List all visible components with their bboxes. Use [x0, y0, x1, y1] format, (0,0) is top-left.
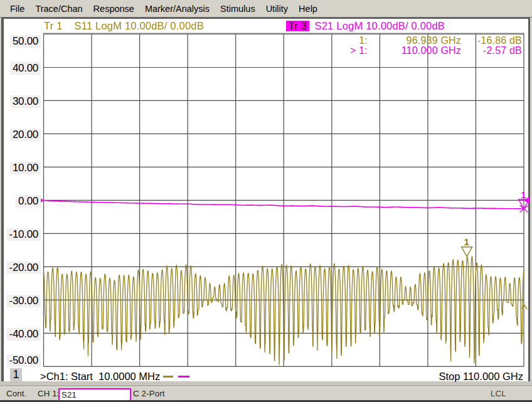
stimulus-row: >Ch1: Start 10.0000 MHz Stop 110.000 GHz [0, 370, 532, 383]
correction-status: C 2-Port [133, 388, 165, 399]
marker-number-label: 1 [464, 236, 469, 247]
marker-number-label: 1 [521, 189, 526, 200]
trace1-label: Tr 1 [44, 20, 63, 31]
trace3-active-badge: Tr 3 [286, 21, 309, 31]
y-axis-tick-label: 30.00 [10, 95, 41, 108]
trace1-desc: S11 LogM 10.00dB/ 0.00dB [75, 20, 204, 31]
y-axis-tick-label: 20.00 [10, 129, 41, 141]
trace3-desc: S21 LogM 10.00dB/ 0.00dB [315, 20, 445, 31]
stop-frequency-label: Stop 110.000 GHz [439, 370, 523, 383]
start-frequency-label: >Ch1: Start 10.0000 MHz [40, 370, 160, 383]
channel-status-label: CH 1: [38, 388, 60, 399]
marker1-s21-label: > 1: [324, 46, 368, 56]
sweep-status: Cont. [6, 388, 27, 399]
marker1-s11-freq: 96.939 GHz [368, 36, 461, 46]
trace3-status[interactable]: Tr 3S21 LogM 10.00dB/ 0.00dB [286, 21, 445, 31]
marker1-s21-freq: 110.000 GHz [368, 46, 461, 56]
plot-area: 11 [0, 0, 532, 402]
y-axis-tick-label: 50.00 [10, 35, 41, 48]
trace1-legend-dash [163, 376, 173, 378]
y-axis-tick-label: -10.00 [7, 228, 41, 241]
measurement-box[interactable]: S21 [58, 388, 131, 401]
marker-readout-row-2: > 1: 110.000 GHz -2.57 dB [324, 46, 522, 56]
y-axis-tick-label: -40.00 [7, 328, 41, 341]
y-axis-tick-label: 10.00 [10, 162, 41, 174]
status-bar: Cont. CH 1: S21 C 2-Port LCL [0, 386, 532, 401]
y-axis-tick-label: -30.00 [7, 295, 41, 307]
y-axis-tick-label: -50.00 [7, 354, 41, 367]
marker-readout-row-1: 1: 96.939 GHz -16.86 dB [324, 36, 522, 46]
marker1-s11-value: -16.86 dB [461, 36, 522, 46]
marker1-s11-label: 1: [324, 36, 368, 46]
trace3-legend-dash [178, 376, 189, 378]
marker1-s21-value: -2.57 dB [461, 46, 522, 56]
y-axis-tick-label: 40.00 [10, 62, 41, 75]
trace1-status[interactable]: Tr 1S11 LogM 10.00dB/ 0.00dB [44, 21, 204, 31]
lcl-status: LCL [491, 388, 506, 399]
y-axis-tick-label: 0.00 [16, 195, 41, 208]
marker-triangle [462, 247, 472, 257]
y-axis-tick-label: -20.00 [7, 262, 41, 274]
